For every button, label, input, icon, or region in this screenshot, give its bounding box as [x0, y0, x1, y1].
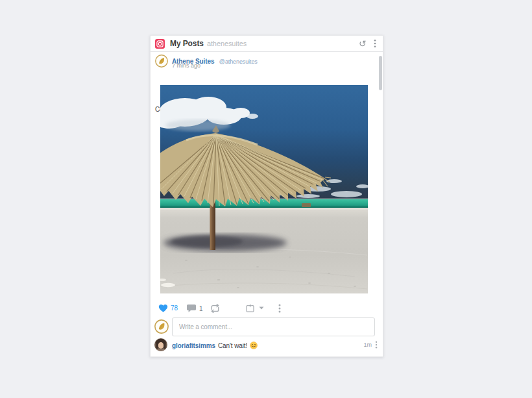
- kebab-icon: [278, 304, 281, 313]
- repeat-icon: [210, 304, 221, 313]
- composer-avatar: [154, 319, 169, 334]
- stream-account-label: athenesuites: [207, 40, 247, 47]
- heart-icon: [158, 304, 168, 312]
- stream-title: My Posts: [170, 39, 204, 48]
- comment-meta: 1m: [363, 341, 378, 349]
- post-action-bar: 78 1: [151, 304, 383, 314]
- stream-menu-icon[interactable]: [374, 39, 376, 48]
- stream-header: My Posts athenesuites ↻: [151, 36, 383, 52]
- assign-box-icon: [246, 304, 254, 312]
- comment-time: 1m: [363, 342, 372, 348]
- chevron-down-icon: [259, 306, 264, 310]
- post-author-avatar[interactable]: [155, 55, 168, 68]
- comment-input[interactable]: [172, 317, 375, 336]
- comment-bubble-icon: [186, 304, 196, 313]
- comment-button[interactable]: 1: [186, 304, 203, 313]
- like-count: 78: [171, 305, 178, 312]
- comment-username[interactable]: gloriafitsimms: [172, 342, 215, 349]
- assign-button[interactable]: [246, 304, 264, 312]
- comment-count: 1: [199, 305, 203, 312]
- post-photo[interactable]: [160, 85, 368, 293]
- post-author-handle[interactable]: @athenesuites: [219, 58, 258, 65]
- stream-card: My Posts athenesuites ↻ Athene Suites @a…: [150, 35, 383, 357]
- stream-scrollbar-thumb[interactable]: [379, 56, 382, 90]
- smiley-emoji-icon: [250, 342, 258, 349]
- instagram-icon: [155, 39, 165, 49]
- repost-button[interactable]: [210, 304, 221, 313]
- comment-kebab-icon[interactable]: [375, 341, 378, 349]
- like-button[interactable]: 78: [158, 304, 178, 312]
- comment-row: gloriafitsimms Can't wait! 1m: [151, 338, 383, 353]
- post-more-button[interactable]: [278, 304, 281, 313]
- comment-author-avatar[interactable]: [154, 338, 167, 351]
- comment-text: Can't wait!: [218, 342, 247, 349]
- comment-body: gloriafitsimms Can't wait!: [172, 342, 258, 349]
- post-timestamp: 7 mins ago: [172, 62, 200, 69]
- refresh-icon[interactable]: ↻: [359, 39, 367, 48]
